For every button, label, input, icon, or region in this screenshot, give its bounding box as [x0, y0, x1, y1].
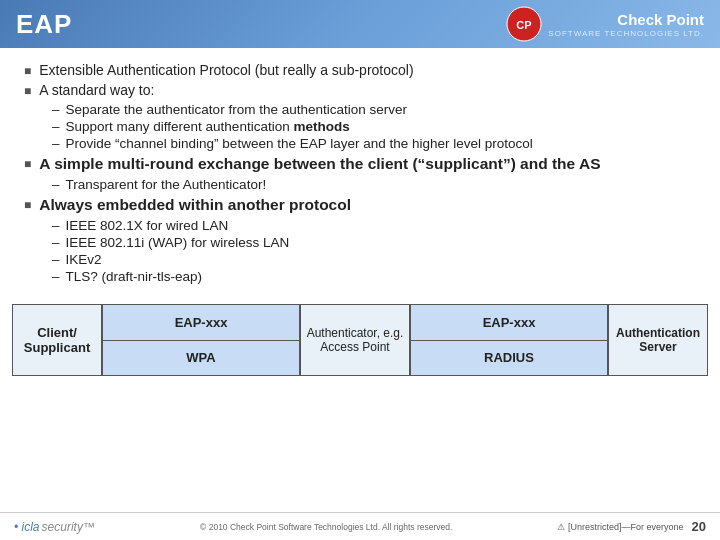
bullet-2-text: A standard way to: — [39, 82, 154, 98]
sub-list-4: – IEEE 802.1X for wired LAN – IEEE 802.1… — [52, 218, 696, 284]
bullet-3-text: A simple multi-round exchange between th… — [39, 155, 600, 173]
dash-4d: – — [52, 269, 60, 284]
bullet-sq-4: ■ — [24, 198, 31, 212]
slide-title: EAP — [16, 9, 72, 40]
sub-list-3: – Transparent for the Authenticator! — [52, 177, 696, 192]
footer: • iclasecurity™ © 2010 Check Point Softw… — [0, 512, 720, 540]
header: EAP CP Check Point SOFTWARE TECHNOLOGIES… — [0, 0, 720, 48]
diag-middle: Authenticator, e.g. Access Point — [300, 304, 410, 376]
sub-item-3a-text: Transparent for the Authenticator! — [66, 177, 267, 192]
footer-brand-security: security™ — [42, 520, 95, 534]
logo-area: CP Check Point SOFTWARE TECHNOLOGIES LTD… — [506, 6, 704, 42]
sub-item-4a: – IEEE 802.1X for wired LAN — [52, 218, 696, 233]
checkpoint-logo-icon: CP — [506, 6, 542, 42]
diag-wpa: WPA — [102, 341, 300, 377]
diag-col-2: EAP-xxx RADIUS — [410, 304, 608, 376]
dash-4c: – — [52, 252, 60, 267]
footer-brand-text: • icla — [14, 520, 40, 534]
bold-methods: methods — [293, 119, 349, 134]
sub-item-3: – Provide “channel binding” between the … — [52, 136, 696, 151]
sub-item-4b-text: IEEE 802.11i (WAP) for wireless LAN — [66, 235, 290, 250]
sub-item-4b: – IEEE 802.11i (WAP) for wireless LAN — [52, 235, 696, 250]
diag-server-label: Authentication Server — [609, 326, 707, 354]
sub-item-3a: – Transparent for the Authenticator! — [52, 177, 696, 192]
bullet-sq-3: ■ — [24, 157, 31, 171]
svg-text:CP: CP — [517, 19, 532, 31]
bullet-1-text: Extensible Authentication Protocol (but … — [39, 62, 413, 78]
page-number: 20 — [692, 519, 706, 534]
footer-brand: • iclasecurity™ — [14, 520, 95, 534]
diag-eap1-label: EAP-xxx — [175, 315, 228, 330]
bullet-1: ■ Extensible Authentication Protocol (bu… — [24, 62, 696, 78]
sub-item-1-text: Separate the authenticator from the auth… — [66, 102, 407, 117]
dash-2: – — [52, 119, 60, 134]
sub-list-1: – Separate the authenticator from the au… — [52, 102, 696, 151]
sub-item-4d-text: TLS? (draft-nir-tls-eap) — [66, 269, 203, 284]
diag-client-label: Client/ Supplicant — [13, 325, 101, 355]
dash-1: – — [52, 102, 60, 117]
sub-item-2-text: Support many different authentication me… — [66, 119, 350, 134]
sub-item-3-text: Provide “channel binding” between the EA… — [66, 136, 533, 151]
bullet-2: ■ A standard way to: — [24, 82, 696, 98]
bullet-sq-1: ■ — [24, 64, 31, 78]
diag-auth-server: Authentication Server — [608, 304, 708, 376]
logo-subtitle: SOFTWARE TECHNOLOGIES LTD. — [548, 29, 704, 38]
diag-eap2: EAP-xxx — [410, 304, 608, 341]
sub-item-4c-text: IKEv2 — [66, 252, 102, 267]
bullet-sq-2: ■ — [24, 84, 31, 98]
main-content: ■ Extensible Authentication Protocol (bu… — [0, 48, 720, 296]
dash-3: – — [52, 136, 60, 151]
logo-name: Check Point — [548, 11, 704, 29]
footer-copyright: © 2010 Check Point Software Technologies… — [200, 522, 452, 532]
sub-item-4d: – TLS? (draft-nir-tls-eap) — [52, 269, 696, 284]
dash-4a: – — [52, 218, 60, 233]
sub-item-1: – Separate the authenticator from the au… — [52, 102, 696, 117]
dash-4b: – — [52, 235, 60, 250]
bullet-4-text: Always embedded within another protocol — [39, 196, 351, 214]
diag-eap1: EAP-xxx — [102, 304, 300, 341]
sub-item-4c: – IKEv2 — [52, 252, 696, 267]
footer-classification: ⚠ [Unrestricted]—For everyone — [557, 522, 683, 532]
diag-col-1: EAP-xxx WPA — [102, 304, 300, 376]
bullet-3: ■ A simple multi-round exchange between … — [24, 155, 696, 173]
protocol-diagram: Client/ Supplicant EAP-xxx WPA Authentic… — [12, 304, 708, 376]
diag-middle-label: Authenticator, e.g. Access Point — [301, 326, 409, 354]
diag-wpa-label: WPA — [186, 350, 215, 365]
diag-eap2-label: EAP-xxx — [483, 315, 536, 330]
footer-right: ⚠ [Unrestricted]—For everyone 20 — [557, 519, 706, 534]
diag-radius-label: RADIUS — [484, 350, 534, 365]
diag-radius: RADIUS — [410, 341, 608, 377]
bullet-4: ■ Always embedded within another protoco… — [24, 196, 696, 214]
dash-3a: – — [52, 177, 60, 192]
diag-client: Client/ Supplicant — [12, 304, 102, 376]
logo-text-block: Check Point SOFTWARE TECHNOLOGIES LTD. — [548, 11, 704, 38]
sub-item-2: – Support many different authentication … — [52, 119, 696, 134]
sub-item-4a-text: IEEE 802.1X for wired LAN — [66, 218, 229, 233]
